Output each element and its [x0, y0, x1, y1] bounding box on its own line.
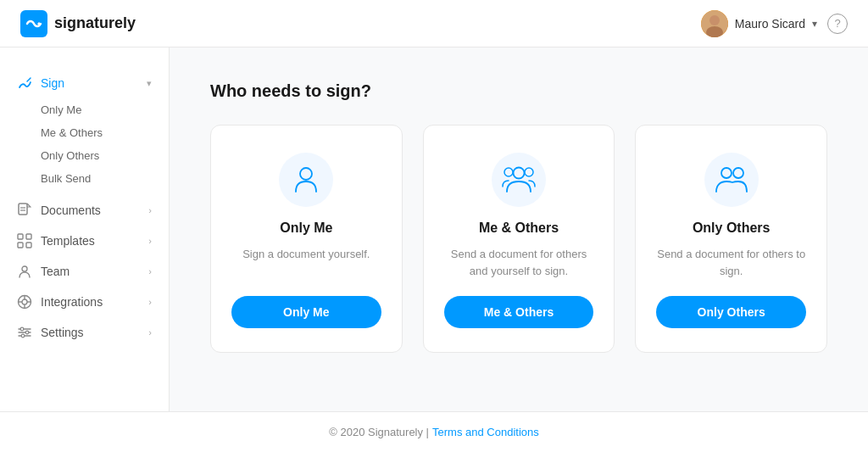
- only-me-desc: Sign a document yourself.: [242, 246, 370, 263]
- page-title: Who needs to sign?: [210, 81, 827, 101]
- templates-chevron-icon: ›: [148, 236, 152, 246]
- integrations-icon: [17, 294, 32, 310]
- sidebar-documents-label: Documents: [41, 204, 101, 217]
- templates-icon: [17, 233, 32, 248]
- logo: signaturely: [20, 10, 136, 37]
- sidebar-item-integrations[interactable]: Integrations ›: [0, 287, 169, 317]
- user-menu[interactable]: Mauro Sicard ▾: [701, 10, 817, 37]
- sidebar-sign-label: Sign: [41, 76, 64, 90]
- sidebar-item-sign-left: Sign: [17, 75, 64, 91]
- sidebar-templates-label: Templates: [41, 234, 95, 248]
- sidebar-integrations-label: Integrations: [41, 295, 103, 309]
- me-and-others-button[interactable]: Me & Others: [444, 296, 594, 328]
- only-others-desc: Send a document for others to sign.: [656, 246, 806, 279]
- terms-link[interactable]: Terms and Conditions: [432, 426, 539, 438]
- svg-point-26: [504, 168, 513, 176]
- team-chevron-icon: ›: [148, 266, 152, 276]
- sidebar-settings-label: Settings: [41, 326, 84, 339]
- svg-rect-3: [19, 204, 27, 215]
- only-me-icon-circle: [279, 153, 333, 207]
- sign-cards-row: Only Me Sign a document yourself. Only M…: [210, 125, 827, 353]
- sidebar-item-only-others[interactable]: Only Others: [41, 144, 169, 167]
- svg-point-20: [20, 327, 24, 331]
- avatar: [701, 10, 728, 37]
- sidebar-item-only-me[interactable]: Only Me: [41, 98, 169, 121]
- sidebar-item-team[interactable]: Team ›: [0, 256, 169, 287]
- me-and-others-card: Me & Others Send a document for others a…: [423, 125, 615, 353]
- svg-point-12: [22, 299, 27, 304]
- svg-point-1: [709, 15, 720, 25]
- svg-rect-9: [26, 243, 31, 248]
- chevron-down-icon: ▾: [812, 18, 817, 30]
- logo-text: signaturely: [54, 14, 136, 32]
- sign-sub-items: Only Me Me & Others Only Others Bulk Sen…: [0, 98, 169, 195]
- svg-point-27: [721, 168, 732, 178]
- only-others-button[interactable]: Only Others: [656, 296, 806, 328]
- header-right: Mauro Sicard ▾ ?: [701, 10, 848, 37]
- svg-point-22: [21, 334, 25, 338]
- footer-copyright: © 2020 Signaturely |: [329, 426, 429, 438]
- only-others-card: Only Others Send a document for others t…: [635, 125, 827, 353]
- sign-icon: [17, 75, 32, 91]
- sidebar-item-bulk-send[interactable]: Bulk Send: [41, 167, 169, 190]
- sidebar-item-me-and-others[interactable]: Me & Others: [41, 121, 169, 144]
- me-and-others-icon-circle: [492, 153, 546, 207]
- sidebar-item-templates[interactable]: Templates ›: [0, 226, 169, 256]
- me-and-others-desc: Send a document for others and yourself …: [444, 246, 594, 279]
- app-header: signaturely Mauro Sicard ▾ ?: [0, 0, 868, 47]
- sidebar-item-settings[interactable]: Settings ›: [0, 317, 169, 348]
- only-others-title: Only Others: [693, 220, 771, 236]
- app-body: Sign ▾ Only Me Me & Others Only Others B…: [0, 47, 868, 411]
- sidebar-item-sign[interactable]: Sign ▾: [0, 68, 169, 98]
- team-icon: [17, 264, 32, 279]
- only-others-icon-circle: [704, 153, 759, 207]
- documents-chevron-icon: ›: [148, 205, 152, 215]
- me-and-others-title: Me & Others: [479, 220, 559, 236]
- svg-point-28: [733, 168, 743, 178]
- sidebar-item-documents[interactable]: Documents ›: [0, 195, 169, 226]
- documents-icon: [17, 203, 32, 218]
- svg-point-23: [300, 168, 312, 180]
- svg-point-21: [25, 331, 29, 334]
- logo-icon: [20, 10, 47, 37]
- svg-point-25: [525, 168, 533, 176]
- main-content: Who needs to sign? Only Me Sign a docume…: [170, 47, 868, 411]
- user-name: Mauro Sicard: [735, 17, 805, 31]
- help-icon[interactable]: ?: [827, 14, 848, 34]
- only-me-title: Only Me: [280, 220, 332, 236]
- sidebar: Sign ▾ Only Me Me & Others Only Others B…: [0, 47, 170, 411]
- svg-rect-7: [18, 243, 23, 248]
- integrations-chevron-icon: ›: [148, 297, 152, 307]
- only-me-button[interactable]: Only Me: [231, 296, 381, 328]
- only-me-card: Only Me Sign a document yourself. Only M…: [210, 125, 403, 353]
- sign-chevron-icon: ▾: [147, 78, 152, 89]
- svg-point-10: [22, 266, 27, 271]
- settings-chevron-icon: ›: [148, 327, 152, 338]
- sidebar-team-label: Team: [41, 265, 70, 278]
- svg-rect-8: [26, 234, 31, 239]
- svg-rect-6: [18, 234, 23, 239]
- footer: © 2020 Signaturely | Terms and Condition…: [0, 411, 868, 452]
- settings-icon: [17, 325, 32, 340]
- svg-point-24: [514, 168, 525, 179]
